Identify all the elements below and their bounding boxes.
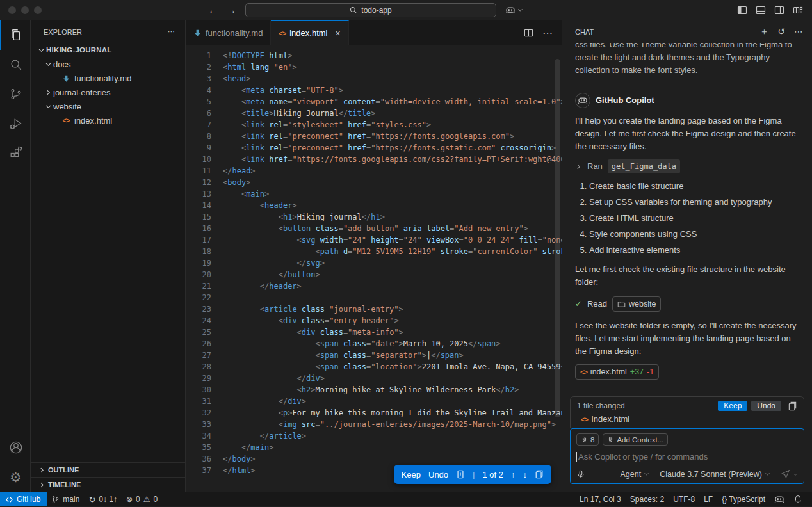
code-editor[interactable]: 1<!DOCTYPE html>2<html lang="en">3<head>…	[186, 45, 562, 492]
editor-scrollbar[interactable]	[555, 59, 560, 417]
tree-item-functionality-md[interactable]: functionality.md	[31, 71, 185, 85]
code-line[interactable]: 25 <div class="meta-info">	[186, 326, 562, 338]
send-options-chevron-icon[interactable]	[793, 472, 798, 477]
status-encoding[interactable]: UTF-8	[669, 492, 699, 506]
status-cursor-position[interactable]: Ln 17, Col 3	[575, 492, 626, 506]
status-copilot[interactable]	[770, 492, 789, 506]
tree-item-index-html[interactable]: <>index.html	[31, 113, 185, 127]
activity-bar-item-run-debug[interactable]	[0, 109, 31, 138]
code-line[interactable]: 22	[186, 292, 562, 303]
changed-file-row[interactable]: <> index.html	[577, 411, 797, 426]
close-window-button[interactable]	[8, 6, 16, 14]
activity-bar-item-explorer[interactable]	[0, 20, 31, 50]
close-tab-icon[interactable]: ×	[335, 28, 340, 38]
activity-bar-item-source-control[interactable]	[0, 79, 31, 109]
code-line[interactable]: 7 <link rel="stylesheet" href="styles.cs…	[186, 119, 562, 131]
new-chat-icon[interactable]: ＋	[759, 26, 768, 38]
microphone-icon[interactable]	[576, 470, 585, 479]
code-line[interactable]: 5 <meta name="viewport" content="width=d…	[186, 96, 562, 108]
code-line[interactable]: 23 <article class="journal-entry">	[186, 303, 562, 315]
toggle-secondary-sidebar-icon[interactable]	[774, 5, 784, 15]
code-line[interactable]: 33 <img src="../journal-enteries/images/…	[186, 419, 562, 430]
code-line[interactable]: 1<!DOCTYPE html>	[186, 50, 562, 61]
code-line[interactable]: 15 <h1>Hiking journal</h1>	[186, 211, 562, 223]
code-line[interactable]: 13 <main>	[186, 188, 562, 200]
maximize-window-button[interactable]	[34, 6, 42, 14]
code-line[interactable]: 10 <link href="https://fonts.googleapis.…	[186, 154, 562, 165]
code-line[interactable]: 29 </div>	[186, 373, 562, 384]
command-center-search[interactable]: todo-app	[245, 3, 496, 17]
activity-bar-item-search[interactable]	[0, 50, 31, 79]
tree-item-docs[interactable]: docs	[31, 57, 185, 71]
code-line[interactable]: 12<body>	[186, 177, 562, 188]
code-line[interactable]: 9 <link rel="preconnect" href="https://f…	[186, 142, 562, 154]
code-line[interactable]: 2<html lang="en">	[186, 61, 562, 73]
status-problems[interactable]: ⊗0⚠0	[122, 492, 162, 506]
toggle-primary-sidebar-icon[interactable]	[737, 5, 747, 15]
mode-picker[interactable]: Agent	[621, 470, 650, 479]
code-line[interactable]: 28 <span class="location">2201 Imola Ave…	[186, 361, 562, 373]
model-picker[interactable]: Claude 3.7 Sonnet (Preview)	[660, 470, 770, 479]
chat-more-actions-icon[interactable]: ⋯	[794, 26, 803, 38]
code-line[interactable]: 16 <button class="add-button" aria-label…	[186, 223, 562, 234]
read-target-chip[interactable]: website	[612, 296, 661, 312]
status-indentation[interactable]: Spaces: 2	[626, 492, 669, 506]
code-line[interactable]: 19 </svg>	[186, 257, 562, 269]
window-controls[interactable]	[0, 6, 54, 14]
chat-input-box[interactable]: 8 Add Context... Ask Copilot or type / f…	[570, 428, 804, 484]
keep-all-button[interactable]: Keep	[718, 401, 747, 411]
previous-change-icon[interactable]: ↑	[511, 470, 516, 479]
next-change-icon[interactable]: ↓	[523, 470, 528, 479]
toggle-panel-icon[interactable]	[756, 5, 766, 15]
code-line[interactable]: 14 <header>	[186, 200, 562, 211]
status-remote-indicator[interactable]: GitHub	[0, 492, 47, 506]
code-line[interactable]: 21 </header>	[186, 280, 562, 292]
editor-more-actions-icon[interactable]: ⋯	[542, 27, 553, 39]
code-line[interactable]: 17 <svg width="24" height="24" viewBox="…	[186, 234, 562, 246]
undo-all-button[interactable]: Undo	[751, 401, 781, 411]
tree-item-hiking-journal[interactable]: HIKING-JOURNAL	[31, 43, 185, 57]
sidebar-panel-outline[interactable]: OUTLINE	[31, 462, 185, 477]
code-line[interactable]: 20 </button>	[186, 269, 562, 280]
status-language[interactable]: {} TypeScript	[717, 492, 770, 506]
explorer-more-actions-icon[interactable]: ⋯	[168, 28, 175, 36]
code-line[interactable]: 6 <title>Hiking Journal</title>	[186, 108, 562, 119]
undo-change-button[interactable]: Undo	[428, 470, 448, 479]
activity-bar-item-extensions[interactable]	[0, 138, 31, 168]
code-line[interactable]: 11</head>	[186, 165, 562, 177]
tool-run-row[interactable]: Ranget_Figma_data	[575, 159, 799, 173]
code-line[interactable]: 34 </article>	[186, 430, 562, 442]
split-editor-icon[interactable]	[524, 28, 533, 38]
attachments-chip[interactable]: 8	[576, 433, 599, 446]
status-sync[interactable]: ↻0↓ 1↑	[84, 492, 122, 506]
code-line[interactable]: 32 <p>For my hike this morning I did the…	[186, 407, 562, 419]
send-icon[interactable]	[781, 469, 790, 479]
code-line[interactable]: 8 <link rel="preconnect" href="https://f…	[186, 131, 562, 142]
history-back-button[interactable]: ←	[208, 4, 218, 15]
code-line[interactable]: 24 <div class="entry-header">	[186, 315, 562, 326]
tree-item-journal-enteries[interactable]: journal-enteries	[31, 85, 185, 99]
editor-tab-functionality-md[interactable]: functionality.md	[186, 20, 271, 45]
copilot-menu-button[interactable]	[505, 5, 523, 15]
activity-bar-item-account[interactable]	[0, 433, 31, 462]
customize-layout-icon[interactable]	[793, 5, 803, 15]
code-line[interactable]: 35 </main>	[186, 442, 562, 453]
open-diff-icon[interactable]	[456, 470, 465, 479]
code-line[interactable]: 27 <span class="separator">|</span>	[186, 350, 562, 361]
status-branch[interactable]: main	[47, 492, 84, 506]
minimize-window-button[interactable]	[21, 6, 29, 14]
chat-history-icon[interactable]: ↺	[777, 26, 785, 38]
editor-tab-index-html[interactable]: <>index.html×	[271, 20, 348, 45]
open-changes-editor-icon[interactable]	[535, 470, 544, 479]
view-changes-icon[interactable]	[788, 401, 797, 411]
status-eol[interactable]: LF	[699, 492, 717, 506]
code-line[interactable]: 18 <path d="M12 5V19M5 12H19" stroke="cu…	[186, 246, 562, 257]
status-notifications[interactable]	[789, 492, 807, 506]
code-line[interactable]: 4 <meta charset="UTF-8">	[186, 84, 562, 96]
keep-change-button[interactable]: Keep	[402, 470, 421, 479]
add-context-chip[interactable]: Add Context...	[603, 433, 668, 446]
edited-file-chip[interactable]: <>index.html+37-1	[575, 364, 659, 380]
code-line[interactable]: 30 <h2>Morning hike at Skyline Wildernes…	[186, 384, 562, 396]
code-line[interactable]: 31 </div>	[186, 396, 562, 407]
code-line[interactable]: 36</body>	[186, 453, 562, 465]
